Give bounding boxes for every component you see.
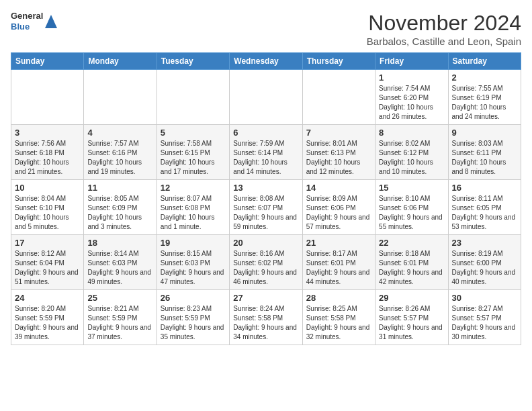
- day-number: 15: [379, 183, 444, 193]
- day-number: 12: [161, 183, 226, 193]
- day-number: 26: [161, 293, 226, 303]
- calendar-cell: 26Sunrise: 8:23 AM Sunset: 5:59 PM Dayli…: [157, 290, 229, 345]
- day-number: 22: [379, 238, 444, 248]
- day-info: Sunrise: 8:25 AM Sunset: 5:58 PM Dayligh…: [306, 304, 371, 342]
- calendar-cell: 1Sunrise: 7:54 AM Sunset: 6:20 PM Daylig…: [375, 70, 448, 125]
- day-number: 3: [15, 128, 80, 138]
- day-number: 5: [161, 128, 226, 138]
- weekday-header-tuesday: Tuesday: [157, 53, 229, 70]
- calendar-cell: 27Sunrise: 8:24 AM Sunset: 5:58 PM Dayli…: [230, 290, 302, 345]
- calendar-cell: 16Sunrise: 8:11 AM Sunset: 6:05 PM Dayli…: [448, 180, 521, 235]
- calendar-cell: 13Sunrise: 8:08 AM Sunset: 6:07 PM Dayli…: [230, 180, 302, 235]
- day-info: Sunrise: 8:01 AM Sunset: 6:13 PM Dayligh…: [306, 139, 371, 177]
- day-number: 19: [161, 238, 226, 248]
- day-info: Sunrise: 7:58 AM Sunset: 6:15 PM Dayligh…: [161, 139, 226, 177]
- day-info: Sunrise: 8:21 AM Sunset: 5:59 PM Dayligh…: [87, 304, 152, 342]
- day-info: Sunrise: 7:54 AM Sunset: 6:20 PM Dayligh…: [379, 84, 444, 122]
- day-number: 11: [87, 183, 152, 193]
- day-info: Sunrise: 8:27 AM Sunset: 5:57 PM Dayligh…: [452, 304, 517, 342]
- calendar-cell: 7Sunrise: 8:01 AM Sunset: 6:13 PM Daylig…: [302, 125, 375, 180]
- day-number: 2: [452, 73, 517, 83]
- day-number: 17: [15, 238, 80, 248]
- day-number: 14: [306, 183, 371, 193]
- calendar-cell: 15Sunrise: 8:10 AM Sunset: 6:06 PM Dayli…: [375, 180, 448, 235]
- day-info: Sunrise: 8:07 AM Sunset: 6:08 PM Dayligh…: [161, 194, 226, 232]
- day-info: Sunrise: 7:55 AM Sunset: 6:19 PM Dayligh…: [452, 84, 517, 122]
- calendar-cell: 18Sunrise: 8:14 AM Sunset: 6:03 PM Dayli…: [84, 235, 157, 290]
- week-row-3: 17Sunrise: 8:12 AM Sunset: 6:04 PM Dayli…: [11, 235, 521, 290]
- day-number: 6: [233, 128, 298, 138]
- calendar-cell: 20Sunrise: 8:16 AM Sunset: 6:02 PM Dayli…: [230, 235, 302, 290]
- day-info: Sunrise: 8:04 AM Sunset: 6:10 PM Dayligh…: [15, 194, 80, 232]
- day-info: Sunrise: 8:18 AM Sunset: 6:01 PM Dayligh…: [379, 249, 444, 287]
- calendar-cell: 6Sunrise: 7:59 AM Sunset: 6:14 PM Daylig…: [230, 125, 302, 180]
- day-number: 24: [15, 293, 80, 303]
- day-number: 13: [233, 183, 298, 193]
- weekday-header-saturday: Saturday: [448, 53, 521, 70]
- calendar-cell: 25Sunrise: 8:21 AM Sunset: 5:59 PM Dayli…: [84, 290, 157, 345]
- week-row-2: 10Sunrise: 8:04 AM Sunset: 6:10 PM Dayli…: [11, 180, 521, 235]
- calendar-cell: 19Sunrise: 8:15 AM Sunset: 6:03 PM Dayli…: [157, 235, 229, 290]
- day-info: Sunrise: 8:24 AM Sunset: 5:58 PM Dayligh…: [233, 304, 298, 342]
- week-row-1: 3Sunrise: 7:56 AM Sunset: 6:18 PM Daylig…: [11, 125, 521, 180]
- calendar: SundayMondayTuesdayWednesdayThursdayFrid…: [11, 52, 521, 345]
- day-info: Sunrise: 8:19 AM Sunset: 6:00 PM Dayligh…: [452, 249, 517, 287]
- day-info: Sunrise: 7:57 AM Sunset: 6:16 PM Dayligh…: [87, 139, 152, 177]
- day-number: 9: [452, 128, 517, 138]
- calendar-cell: 5Sunrise: 7:58 AM Sunset: 6:15 PM Daylig…: [157, 125, 229, 180]
- calendar-cell: 24Sunrise: 8:20 AM Sunset: 5:59 PM Dayli…: [11, 290, 84, 345]
- calendar-cell: 22Sunrise: 8:18 AM Sunset: 6:01 PM Dayli…: [375, 235, 448, 290]
- calendar-cell: 9Sunrise: 8:03 AM Sunset: 6:11 PM Daylig…: [448, 125, 521, 180]
- calendar-cell: [11, 70, 84, 125]
- day-number: 7: [306, 128, 371, 138]
- calendar-cell: 4Sunrise: 7:57 AM Sunset: 6:16 PM Daylig…: [84, 125, 157, 180]
- calendar-cell: 21Sunrise: 8:17 AM Sunset: 6:01 PM Dayli…: [302, 235, 375, 290]
- week-row-0: 1Sunrise: 7:54 AM Sunset: 6:20 PM Daylig…: [11, 70, 521, 125]
- logo-icon: [45, 15, 57, 28]
- calendar-cell: 29Sunrise: 8:26 AM Sunset: 5:57 PM Dayli…: [375, 290, 448, 345]
- day-info: Sunrise: 8:23 AM Sunset: 5:59 PM Dayligh…: [161, 304, 226, 342]
- month-title: November 2024: [367, 11, 521, 36]
- day-info: Sunrise: 8:10 AM Sunset: 6:06 PM Dayligh…: [379, 194, 444, 232]
- day-number: 16: [452, 183, 517, 193]
- svg-marker-0: [45, 15, 57, 28]
- day-number: 23: [452, 238, 517, 248]
- day-info: Sunrise: 8:12 AM Sunset: 6:04 PM Dayligh…: [15, 249, 80, 287]
- calendar-cell: [84, 70, 157, 125]
- location-title: Barbalos, Castille and Leon, Spain: [367, 36, 521, 47]
- day-number: 21: [306, 238, 371, 248]
- day-info: Sunrise: 8:11 AM Sunset: 6:05 PM Dayligh…: [452, 194, 517, 232]
- weekday-header-row: SundayMondayTuesdayWednesdayThursdayFrid…: [11, 53, 521, 70]
- day-number: 29: [379, 293, 444, 303]
- week-row-4: 24Sunrise: 8:20 AM Sunset: 5:59 PM Dayli…: [11, 290, 521, 345]
- day-info: Sunrise: 8:26 AM Sunset: 5:57 PM Dayligh…: [379, 304, 444, 342]
- day-number: 18: [87, 238, 152, 248]
- day-number: 4: [87, 128, 152, 138]
- weekday-header-thursday: Thursday: [302, 53, 375, 70]
- calendar-cell: [157, 70, 229, 125]
- day-info: Sunrise: 8:15 AM Sunset: 6:03 PM Dayligh…: [161, 249, 226, 287]
- weekday-header-wednesday: Wednesday: [230, 53, 302, 70]
- header: General Blue November 2024 Barbalos, Cas…: [11, 11, 521, 47]
- day-info: Sunrise: 8:05 AM Sunset: 6:09 PM Dayligh…: [87, 194, 152, 232]
- weekday-header-sunday: Sunday: [11, 53, 84, 70]
- day-number: 28: [306, 293, 371, 303]
- calendar-cell: 17Sunrise: 8:12 AM Sunset: 6:04 PM Dayli…: [11, 235, 84, 290]
- day-info: Sunrise: 8:14 AM Sunset: 6:03 PM Dayligh…: [87, 249, 152, 287]
- calendar-cell: [302, 70, 375, 125]
- day-number: 27: [233, 293, 298, 303]
- weekday-header-friday: Friday: [375, 53, 448, 70]
- day-info: Sunrise: 7:59 AM Sunset: 6:14 PM Dayligh…: [233, 139, 298, 177]
- day-number: 25: [87, 293, 152, 303]
- calendar-cell: 8Sunrise: 8:02 AM Sunset: 6:12 PM Daylig…: [375, 125, 448, 180]
- logo-general: General: [11, 11, 43, 21]
- day-number: 30: [452, 293, 517, 303]
- logo-blue: Blue: [11, 21, 43, 32]
- day-number: 20: [233, 238, 298, 248]
- calendar-cell: [230, 70, 302, 125]
- day-info: Sunrise: 8:08 AM Sunset: 6:07 PM Dayligh…: [233, 194, 298, 232]
- calendar-cell: 23Sunrise: 8:19 AM Sunset: 6:00 PM Dayli…: [448, 235, 521, 290]
- calendar-cell: 10Sunrise: 8:04 AM Sunset: 6:10 PM Dayli…: [11, 180, 84, 235]
- day-number: 1: [379, 73, 444, 83]
- day-info: Sunrise: 8:09 AM Sunset: 6:06 PM Dayligh…: [306, 194, 371, 232]
